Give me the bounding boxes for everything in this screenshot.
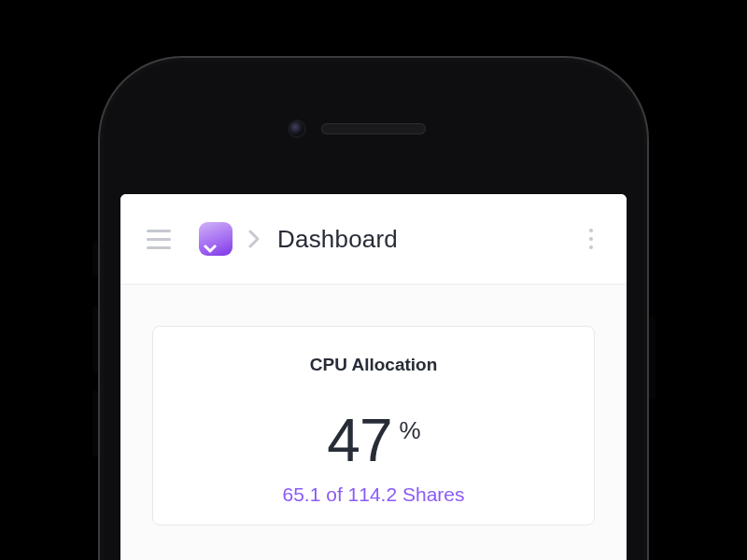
app-header: Dashboard: [120, 194, 627, 285]
breadcrumb-title: Dashboard: [277, 225, 398, 254]
card-value-unit: %: [400, 418, 420, 442]
phone-volume-down: [92, 390, 98, 457]
menu-button[interactable]: [147, 230, 173, 249]
phone-mute-switch: [92, 241, 98, 276]
phone-frame: Dashboard CPU Allocation 47 % 65.1 of 11…: [98, 56, 649, 560]
app-logo-icon[interactable]: [199, 222, 233, 256]
app-body: CPU Allocation 47 % 65.1 of 114.2 Shares: [120, 285, 627, 560]
phone-power-button: [649, 315, 655, 399]
card-primary-value: 47 %: [327, 411, 419, 470]
chevron-right-icon: [247, 229, 261, 249]
card-title: CPU Allocation: [172, 355, 575, 375]
card-subline: 65.1 of 114.2 Shares: [172, 483, 575, 506]
card-value-number: 47: [327, 411, 391, 470]
phone-camera-icon: [289, 121, 304, 136]
phone-earpiece: [321, 123, 426, 134]
more-options-button[interactable]: [582, 221, 600, 257]
cpu-allocation-card: CPU Allocation 47 % 65.1 of 114.2 Shares: [152, 326, 595, 525]
phone-volume-up: [92, 306, 98, 373]
phone-screen: Dashboard CPU Allocation 47 % 65.1 of 11…: [120, 194, 627, 560]
